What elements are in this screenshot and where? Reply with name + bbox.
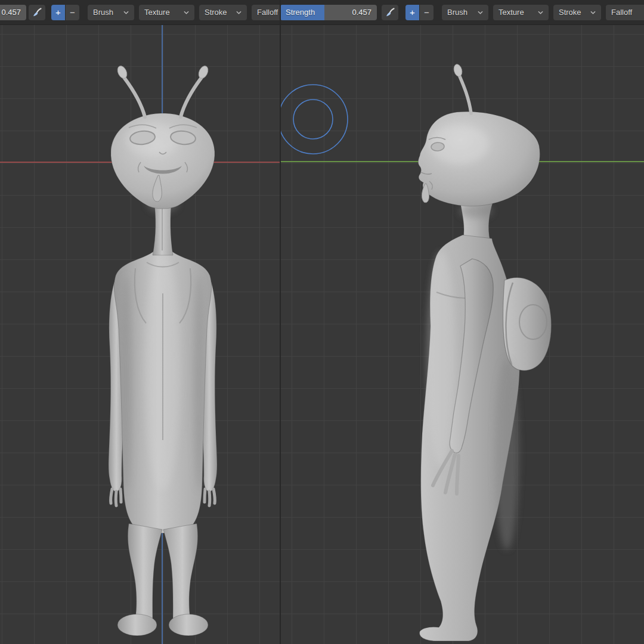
brush-icon xyxy=(385,7,395,18)
alien-model-front[interactable] xyxy=(0,25,280,644)
strength-value: 0.457 xyxy=(1,5,21,20)
minus-icon: − xyxy=(424,8,429,17)
sculpt-header-left: 0.457 + − Brush Texture Stroke Falloff xyxy=(0,0,280,25)
stroke-dropdown[interactable]: Stroke xyxy=(199,5,247,20)
brush-dropdown[interactable]: Brush xyxy=(442,5,488,20)
brush-preview-button[interactable] xyxy=(29,5,45,20)
falloff-dropdown-label: Falloff xyxy=(611,8,632,17)
direction-subtract-button[interactable]: − xyxy=(66,5,79,20)
chevron-down-icon xyxy=(123,11,129,14)
falloff-dropdown-label: Falloff xyxy=(257,8,278,17)
falloff-dropdown[interactable]: Falloff xyxy=(252,5,280,20)
strength-slider[interactable]: Strength 0.457 xyxy=(280,5,377,20)
stroke-dropdown[interactable]: Stroke xyxy=(553,5,601,20)
brush-cursor xyxy=(280,83,351,157)
chevron-down-icon xyxy=(184,11,189,14)
strength-slider-clipped[interactable]: 0.457 xyxy=(0,5,26,20)
strength-label: Strength xyxy=(286,5,315,20)
antennae xyxy=(116,64,210,117)
falloff-dropdown[interactable]: Falloff xyxy=(606,5,644,20)
antenna xyxy=(453,63,471,113)
chevron-down-icon xyxy=(590,11,596,14)
brush-preview-button[interactable] xyxy=(382,5,398,20)
viewport-front[interactable] xyxy=(0,25,280,644)
direction-add-button[interactable]: + xyxy=(405,5,419,20)
texture-dropdown-label: Texture xyxy=(144,8,170,17)
blender-sculpt-window: 0.457 + − Brush Texture Stroke Falloff xyxy=(0,0,644,644)
sculpt-header-right: Strength 0.457 + − Brush Texture Stroke xyxy=(280,0,644,25)
stroke-dropdown-label: Stroke xyxy=(559,8,581,17)
texture-dropdown-label: Texture xyxy=(499,8,524,17)
chevron-down-icon xyxy=(538,11,543,14)
texture-dropdown[interactable]: Texture xyxy=(493,5,549,20)
direction-subtract-button[interactable]: − xyxy=(420,5,434,20)
minus-icon: − xyxy=(70,8,75,17)
stroke-dropdown-label: Stroke xyxy=(205,8,227,17)
front-legs xyxy=(117,524,208,636)
strength-value: 0.457 xyxy=(352,5,371,20)
viewport-side[interactable] xyxy=(280,25,644,644)
brush-icon xyxy=(32,7,42,18)
viewport-divider xyxy=(280,0,281,644)
chevron-down-icon xyxy=(236,11,242,14)
texture-dropdown[interactable]: Texture xyxy=(139,5,194,20)
plus-icon: + xyxy=(410,8,415,17)
direction-add-button[interactable]: + xyxy=(51,5,65,20)
brush-dropdown-label: Brush xyxy=(447,8,467,17)
plus-icon: + xyxy=(55,8,61,17)
chevron-down-icon xyxy=(478,11,483,14)
brush-dropdown-label: Brush xyxy=(93,8,113,17)
front-alien xyxy=(109,64,217,636)
brush-dropdown[interactable]: Brush xyxy=(88,5,134,20)
backpack xyxy=(503,278,552,371)
side-alien xyxy=(418,63,551,641)
